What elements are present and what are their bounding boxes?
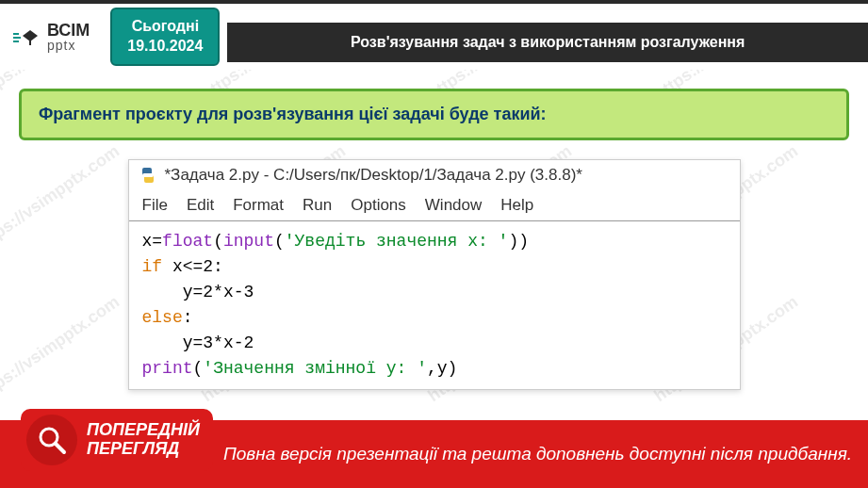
badge-line1: ПОПЕРЕДНІЙ [87, 421, 200, 440]
date-badge: Сьогодні 19.10.2024 [110, 8, 220, 66]
logo-text-line1: ВСІМ [47, 22, 90, 39]
menu-format[interactable]: Format [233, 196, 284, 215]
content-area: Фрагмент проєкту для розв'язування цієї … [0, 70, 868, 409]
code-line-3: y=2*x-3 [142, 280, 727, 305]
menu-run[interactable]: Run [303, 196, 332, 215]
code-line-6: print('Значення змінної у: ',y) [142, 356, 727, 382]
editor-title: *Задача 2.py - C:/Users/пк/Desktop/1/Зад… [165, 166, 582, 185]
menu-options[interactable]: Options [351, 196, 406, 215]
logo-text-line2: pptx [47, 39, 90, 52]
menu-help[interactable]: Help [500, 196, 533, 215]
preview-badge: ПОПЕРЕДНІЙ ПЕРЕГЛЯД [21, 409, 213, 471]
magnifier-icon [26, 415, 77, 465]
code-line-5: y=3*x-2 [142, 331, 727, 356]
menu-file[interactable]: File [142, 196, 168, 215]
header: ВСІМ pptx Сьогодні 19.10.2024 Розв'язува… [0, 0, 868, 70]
logo: ВСІМ pptx [0, 4, 103, 70]
logo-icon [13, 26, 41, 47]
python-icon [139, 166, 157, 185]
svg-line-2 [56, 444, 64, 452]
date-badge-label: Сьогодні [127, 17, 203, 37]
page-title: Розв'язування задач з використанням розг… [227, 23, 868, 62]
menu-window[interactable]: Window [425, 196, 482, 215]
code-line-2: if x<=2: [142, 254, 727, 280]
code-line-1: x=float(input('Уведіть значення x: ')) [142, 229, 727, 254]
code-line-4: else: [142, 305, 727, 331]
instruction-box: Фрагмент проєкту для розв'язування цієї … [19, 89, 849, 140]
editor-body: x=float(input('Уведіть значення x: ')) i… [129, 221, 740, 389]
editor-menubar: File Edit Format Run Options Window Help [129, 190, 740, 221]
editor-titlebar: *Задача 2.py - C:/Users/пк/Desktop/1/Зад… [129, 160, 740, 190]
editor-window: *Задача 2.py - C:/Users/пк/Desktop/1/Зад… [128, 159, 741, 390]
date-badge-date: 19.10.2024 [127, 37, 203, 57]
menu-edit[interactable]: Edit [187, 196, 214, 215]
badge-line2: ПЕРЕГЛЯД [87, 440, 200, 459]
svg-rect-0 [29, 40, 31, 45]
